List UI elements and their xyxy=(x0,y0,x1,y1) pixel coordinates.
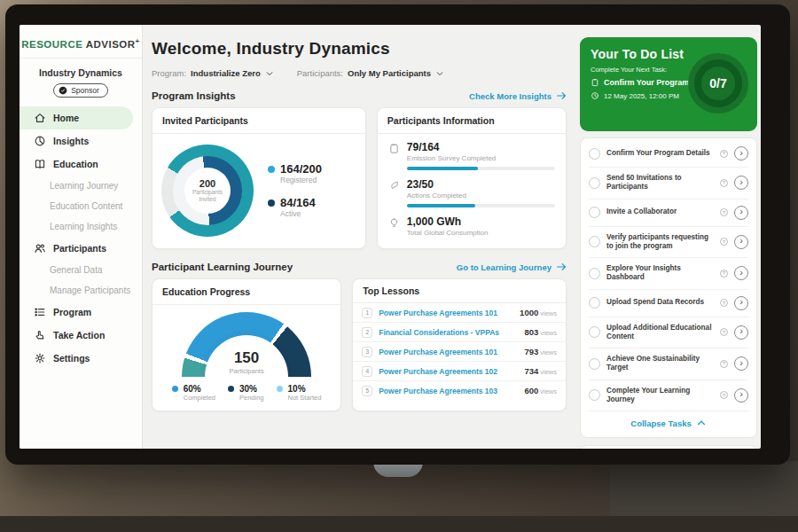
learning-journey-heading: Participant Learning Journey xyxy=(152,262,293,272)
task-open-button[interactable]: › xyxy=(734,146,748,160)
task-open-button[interactable]: › xyxy=(734,266,748,280)
sidebar-item-learning-journey[interactable]: Learning Journey xyxy=(20,176,142,196)
task-checkbox[interactable] xyxy=(589,207,600,218)
sidebar-item-education[interactable]: Education xyxy=(20,153,142,176)
logo-plus: + xyxy=(136,37,140,45)
program-select[interactable]: Industrialize Zero xyxy=(191,68,274,78)
top-lessons-card: Top Lessons 1 Power Purchase Agreements … xyxy=(352,278,567,411)
check-more-insights-link[interactable]: Check More Insights xyxy=(469,90,567,101)
task-checkbox[interactable] xyxy=(589,236,600,247)
task-label: Complete Your Learning Journey xyxy=(606,387,714,405)
task-row: Invite a Collaborator ? › xyxy=(589,200,748,227)
participants-information-card: Participants Information 79/164 Emission… xyxy=(377,107,567,249)
sidebar-item-learning-insights[interactable]: Learning Insights xyxy=(20,216,142,237)
legend-value: 84/164 xyxy=(280,197,316,209)
sidebar-item-participants[interactable]: Participants xyxy=(20,237,142,260)
invited-participants-title: Invited Participants xyxy=(153,108,365,134)
task-checkbox[interactable] xyxy=(589,326,600,338)
help-icon: ? xyxy=(720,179,728,187)
app-logo: RESOURCE ADVISOR+ xyxy=(20,34,142,59)
sidebar-item-education-content[interactable]: Education Content xyxy=(20,196,142,216)
todo-panel: Your To Do List Complete Your Next Task:… xyxy=(580,37,757,131)
sidebar-item-manage-participants[interactable]: Manage Participants xyxy=(20,280,142,301)
go-to-learning-journey-link[interactable]: Go to Learning Journey xyxy=(457,262,567,272)
task-checkbox[interactable] xyxy=(589,389,600,401)
lesson-rank: 1 xyxy=(362,308,372,318)
lesson-link[interactable]: Power Purchase Agreements 101 xyxy=(379,348,518,356)
task-row: Upload Spend Data Records ? › xyxy=(589,290,748,317)
invited-participants-donut-chart: 200 Participants Invited xyxy=(161,145,254,237)
lesson-link[interactable]: Power Purchase Agreements 101 xyxy=(379,309,513,317)
legend-value: 164/200 xyxy=(280,163,322,176)
sidebar-item-label: Participants xyxy=(53,243,106,254)
donut-center-label: Participants Invited xyxy=(188,189,227,204)
lesson-row: 1 Power Purchase Agreements 101 1000view… xyxy=(353,303,566,323)
legend-dot xyxy=(277,386,283,392)
legend-item-active: 84/164 Active xyxy=(268,197,322,218)
program-select-value: Industrialize Zero xyxy=(191,68,261,78)
filters-bar: Program: Industrialize Zero Participants… xyxy=(152,68,567,78)
task-checkbox[interactable] xyxy=(589,268,600,279)
task-open-button[interactable]: › xyxy=(734,325,748,340)
legend-dot xyxy=(268,200,275,207)
collapse-tasks-label: Collapse Tasks xyxy=(630,419,691,428)
todo-due-date: 12 May 2025, 12:00 PM xyxy=(604,92,679,100)
progress-fill xyxy=(407,204,475,207)
task-checkbox[interactable] xyxy=(589,297,600,309)
task-open-button[interactable]: › xyxy=(734,296,748,310)
collapse-tasks-link[interactable]: Collapse Tasks xyxy=(630,418,706,428)
participants-select[interactable]: Only My Participants xyxy=(348,68,444,78)
lesson-link[interactable]: Financial Considerations - VPPAs xyxy=(379,328,518,337)
sidebar-item-label: Education Content xyxy=(50,201,122,211)
invited-participants-card: Invited Participants 200 Participants In… xyxy=(152,107,366,249)
task-row: Complete Your Learning Journey ? › xyxy=(589,380,748,412)
arrow-right-icon xyxy=(556,262,567,272)
insights-icon xyxy=(34,135,46,147)
sponsor-badge-label: Sponsor xyxy=(71,86,99,95)
task-row: Verify participants requesting to join t… xyxy=(589,227,748,259)
legend-dot xyxy=(172,386,178,392)
legend-value: 60% xyxy=(184,384,215,394)
sidebar-item-label: Settings xyxy=(53,353,90,364)
task-open-button[interactable]: › xyxy=(734,356,748,371)
legend-dot xyxy=(228,386,234,392)
task-checkbox[interactable] xyxy=(589,358,600,370)
legend-value: 10% xyxy=(288,384,322,394)
task-open-button[interactable]: › xyxy=(734,176,748,190)
sidebar-item-general-data[interactable]: General Data xyxy=(20,260,142,280)
logo-primary: RESOURCE xyxy=(21,39,82,50)
help-icon: ? xyxy=(720,150,728,158)
lesson-views: 793 xyxy=(524,347,538,356)
task-label: Verify participants requesting to join t… xyxy=(606,233,714,252)
lesson-row: 5 Power Purchase Agreements 103 600views xyxy=(353,381,566,400)
task-row: Explore Your Insights Dashboard ? › xyxy=(589,258,748,290)
program-filter-label: Program: xyxy=(152,68,186,78)
task-open-button[interactable]: › xyxy=(734,235,748,249)
sidebar-item-insights[interactable]: Insights xyxy=(20,129,142,153)
task-open-button[interactable]: › xyxy=(734,388,748,403)
task-open-button[interactable]: › xyxy=(734,206,748,220)
task-checkbox[interactable] xyxy=(589,177,600,189)
info-row-consumption: 1,000 GWh Total Global Consumption xyxy=(388,215,555,237)
help-icon: ? xyxy=(720,270,728,278)
lesson-rank: 2 xyxy=(362,327,372,338)
lesson-rank: 5 xyxy=(362,386,372,396)
sidebar-item-home[interactable]: Home xyxy=(20,106,133,129)
page-title: Welcome, Industry Dynamics xyxy=(152,39,567,59)
lesson-link[interactable]: Power Purchase Agreements 103 xyxy=(379,387,518,395)
participants-filter: Participants: Only My Participants xyxy=(297,68,444,78)
sidebar: RESOURCE ADVISOR+ Industry Dynamics Spon… xyxy=(20,25,143,449)
lesson-views-suffix: views xyxy=(540,387,557,395)
task-checkbox[interactable] xyxy=(589,148,600,160)
lesson-views-suffix: views xyxy=(540,368,557,376)
gear-icon xyxy=(34,352,46,364)
task-label: Explore Your Insights Dashboard xyxy=(606,264,714,283)
sidebar-item-take-action[interactable]: Take Action xyxy=(20,324,142,347)
sidebar-item-program[interactable]: Program xyxy=(20,301,142,324)
lesson-link[interactable]: Power Purchase Agreements 102 xyxy=(379,367,518,376)
legend-label: Active xyxy=(280,209,316,218)
donut-center-value: 200 xyxy=(200,178,215,189)
sidebar-item-settings[interactable]: Settings xyxy=(20,347,142,370)
go-to-learning-journey-label: Go to Learning Journey xyxy=(457,262,552,272)
home-icon xyxy=(34,112,46,124)
